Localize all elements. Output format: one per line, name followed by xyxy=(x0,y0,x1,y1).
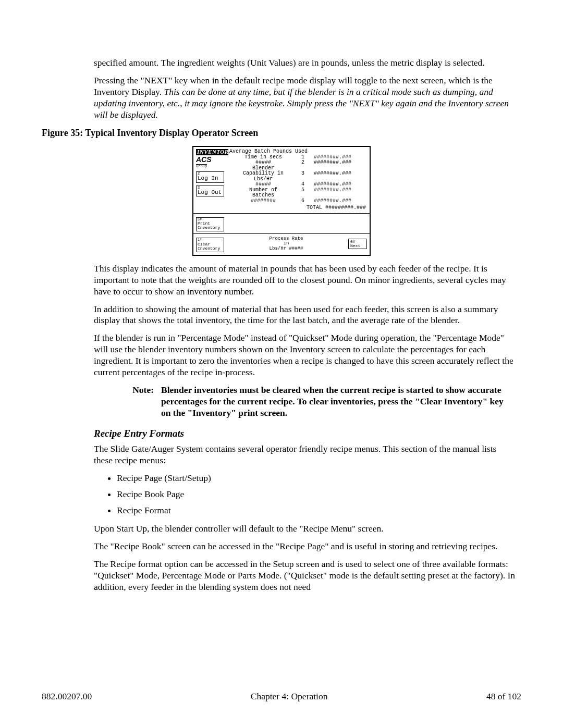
row5-n: 5 xyxy=(297,188,304,193)
intro-p1: specified amount. The ingredient weights… xyxy=(94,57,516,69)
total-line: TOTAL #########.### xyxy=(229,205,367,211)
footer-right: 48 of 102 xyxy=(486,691,521,702)
total-label: TOTAL xyxy=(307,205,322,211)
separator-1 xyxy=(193,213,370,214)
page: specified amount. The ingredient weights… xyxy=(0,0,563,728)
next-label: Next xyxy=(350,243,360,248)
process-value: ##### xyxy=(289,246,303,251)
login-label: Log In xyxy=(198,172,223,182)
row3-v: ########.### xyxy=(304,171,351,177)
clear-l2: Inventory xyxy=(198,246,220,251)
separator-2 xyxy=(193,233,370,234)
login-sup: 2 xyxy=(198,172,200,176)
inventory-display: INVENTORY ACS Group 2 Log In 3 Log Out xyxy=(192,146,371,256)
footer-left: 882.00207.00 xyxy=(42,691,92,702)
process-rate-block: Process Rate in Lbs/Hr ##### xyxy=(270,237,303,251)
recipe-intro: The Slide Gate/Auger System contains sev… xyxy=(94,443,516,466)
list-item: Recipe Book Page xyxy=(117,489,516,500)
note-label: Note: xyxy=(115,385,161,419)
row3-n: 3 xyxy=(297,171,304,177)
after-p2: In addition to showing the amount of mat… xyxy=(94,304,516,327)
acs-logo: ACS xyxy=(196,156,227,164)
recipe-bullets: Recipe Page (Start/Setup) Recipe Book Pa… xyxy=(94,473,516,516)
data-grid: Average Batch Pounds Used Time in secs 1… xyxy=(229,149,367,204)
row6-v: ########.### xyxy=(304,199,351,204)
figure: INVENTORY ACS Group 2 Log In 3 Log Out xyxy=(42,146,521,256)
next-button[interactable]: 0# Next xyxy=(348,239,367,249)
note-body: Blender inventories must be cleared when… xyxy=(161,385,511,419)
after-figure-block: This display indicates the amount of mat… xyxy=(94,263,516,593)
display-title: INVENTORY xyxy=(196,149,228,155)
acs-sub: Group xyxy=(196,164,207,168)
total-value: #########.### xyxy=(325,205,366,211)
after-p3: If the blender is run in "Percentage Mod… xyxy=(94,332,516,378)
note-row: Note: Blender inventories must be cleare… xyxy=(115,385,511,419)
intro-p2: Pressing the "NEXT" key when in the defa… xyxy=(94,75,516,121)
row2-n: 2 xyxy=(297,160,304,166)
intro-block: specified amount. The ingredient weights… xyxy=(94,57,516,120)
tail-p1: Upon Start Up, the blender controller wi… xyxy=(94,523,516,535)
print-l2: Inventory xyxy=(198,225,220,230)
num-value: ######## xyxy=(229,199,297,204)
print-inventory-button[interactable]: 5# Print Inventory xyxy=(196,217,224,232)
logout-sup: 3 xyxy=(198,186,200,190)
row6-n: 6 xyxy=(297,199,304,204)
after-p1: This display indicates the amount of mat… xyxy=(94,263,516,298)
section-heading: Recipe Entry Formats xyxy=(94,428,516,439)
list-item: Recipe Page (Start/Setup) xyxy=(117,473,516,484)
page-footer: 882.00207.00 Chapter 4: Operation 48 of … xyxy=(42,691,521,702)
list-item: Recipe Format xyxy=(117,505,516,516)
row5-v: ########.### xyxy=(304,188,351,193)
logout-label: Log Out xyxy=(198,187,223,196)
process-l3: Lbs/Hr xyxy=(270,246,286,251)
acs-logo-block: ACS Group xyxy=(196,156,227,169)
login-button[interactable]: 2 Log In xyxy=(196,171,224,183)
tail-p3: The Recipe format option can be accessed… xyxy=(94,559,516,593)
row2-v: ########.### xyxy=(304,160,351,166)
clear-inventory-button[interactable]: 1# Clear Inventory xyxy=(196,238,224,252)
figure-caption: Figure 35: Typical Inventory Display Ope… xyxy=(42,128,521,139)
logout-button[interactable]: 3 Log Out xyxy=(196,186,224,197)
tail-p2: The "Recipe Book" screen can be accessed… xyxy=(94,541,516,552)
footer-center: Chapter 4: Operation xyxy=(251,691,328,702)
